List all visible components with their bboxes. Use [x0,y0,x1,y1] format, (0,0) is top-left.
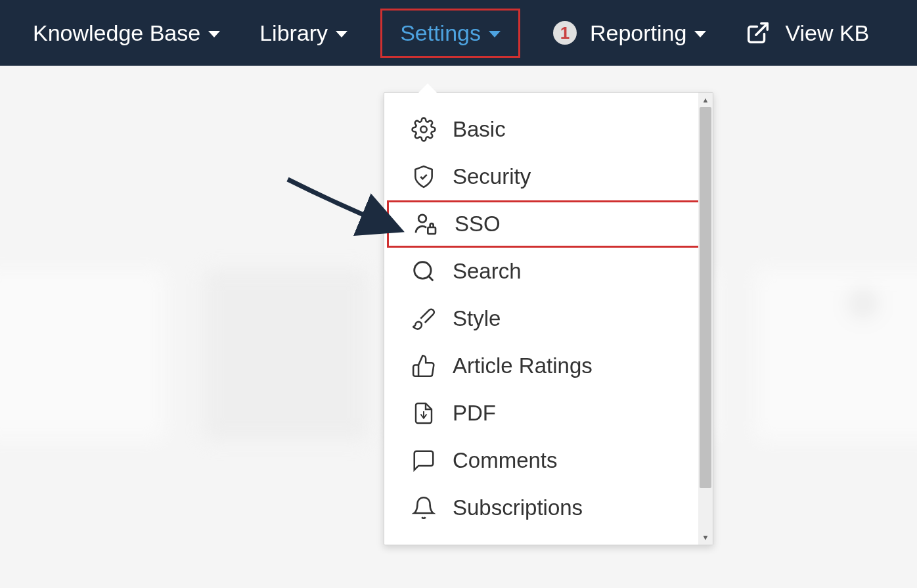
nav-item-label: Knowledge Base [33,20,200,46]
dropdown-item-label: Security [453,164,531,189]
dropdown-item-label: Basic [453,117,506,142]
dropdown-item-label: Comments [453,448,558,473]
dropdown-item-search[interactable]: Search [384,248,713,295]
svg-point-2 [420,126,427,133]
nav-reporting[interactable]: 1 Reporting [533,9,726,58]
dropdown-item-label: Subscriptions [453,495,583,520]
dropdown-item-comments[interactable]: Comments [384,437,713,484]
bell-icon [411,495,437,521]
scroll-up-arrow-icon[interactable]: ▲ [698,93,713,107]
top-navbar: Knowledge Base Library Settings 1 Report… [0,0,917,66]
nav-item-label: View KB [785,20,869,46]
svg-point-0 [860,300,867,307]
comment-icon [411,447,437,474]
external-link-icon [746,20,771,45]
settings-dropdown: Basic Security SSO Search [384,92,713,545]
dropdown-item-label: Search [453,259,522,284]
dropdown-item-subscriptions[interactable]: Subscriptions [384,484,713,531]
chevron-down-icon [489,31,501,37]
dropdown-item-label: Style [453,306,501,331]
svg-line-6 [428,276,433,281]
dropdown-item-basic[interactable]: Basic [384,106,713,153]
dropdown-scrollbar[interactable]: ▲ ▼ [698,93,713,545]
dropdown-item-label: Article Ratings [453,353,593,378]
file-pdf-icon [411,400,437,426]
dropdown-item-label: PDF [453,401,496,426]
nav-settings[interactable]: Settings [380,9,520,58]
svg-point-3 [418,215,426,223]
dropdown-item-article-ratings[interactable]: Article Ratings [384,342,713,390]
dropdown-item-pdf[interactable]: PDF [384,390,713,437]
dropdown-item-security[interactable]: Security [384,153,713,200]
nav-item-label: Settings [400,20,481,46]
thumbs-up-icon [411,353,437,379]
chevron-down-icon [208,31,220,37]
nav-item-label: Reporting [590,20,686,46]
dropdown-item-style[interactable]: Style [384,295,713,342]
dropdown-item-label: SSO [455,212,501,237]
nav-knowledge-base[interactable]: Knowledge Base [13,9,240,58]
scroll-thumb[interactable] [700,107,711,488]
nav-library[interactable]: Library [240,9,367,58]
svg-point-5 [414,262,431,279]
svg-line-1 [756,24,767,35]
nav-item-label: Library [259,20,328,46]
svg-rect-4 [428,227,436,234]
shield-icon [411,164,437,190]
nav-view-kb[interactable]: View KB [726,9,889,58]
chevron-down-icon [336,31,347,37]
dropdown-item-sso[interactable]: SSO [387,200,710,248]
notification-badge: 1 [553,21,577,45]
user-lock-icon [413,211,439,237]
scroll-down-arrow-icon[interactable]: ▼ [698,530,713,545]
gear-icon [411,116,437,143]
search-icon [411,258,437,284]
chevron-down-icon [694,31,706,37]
brush-icon [411,305,437,332]
